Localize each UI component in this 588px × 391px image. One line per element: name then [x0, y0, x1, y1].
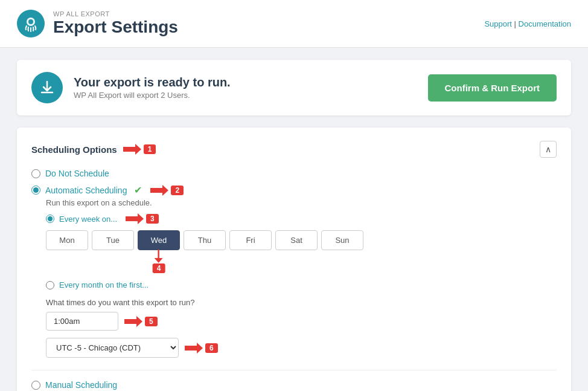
- section-title: Scheduling Options: [31, 144, 117, 155]
- manual-scheduling-section: Manual Scheduling Run this export using …: [31, 370, 557, 391]
- every-month-label: Every month on the first...: [59, 280, 149, 289]
- annotation-2-badge: 2: [171, 186, 184, 195]
- app-name: WP ALL EXPORT: [53, 10, 178, 18]
- export-ready-subtitle: WP All Export will export 2 Users.: [74, 91, 231, 100]
- export-text-block: Your export is ready to run. WP All Expo…: [74, 76, 231, 100]
- annotation-5-badge: 5: [145, 317, 158, 326]
- timezone-select[interactable]: UTC -5 - Chicago (CDT) UTC -8 - Los Ange…: [46, 338, 179, 358]
- confirm-run-export-button[interactable]: Confirm & Run Export: [428, 74, 557, 102]
- header-links: Support | Documentation: [484, 19, 571, 28]
- header: WP ALL EXPORT Export Settings Support | …: [0, 0, 588, 48]
- separator: |: [512, 19, 519, 28]
- header-title-block: WP ALL EXPORT Export Settings: [53, 10, 178, 37]
- annotation-3-badge: 3: [146, 214, 159, 224]
- day-button-sat[interactable]: Sat: [275, 230, 318, 250]
- header-left: WP ALL EXPORT Export Settings: [17, 10, 178, 37]
- every-week-radio[interactable]: [46, 215, 54, 223]
- every-month-row: Every month on the first...: [46, 280, 557, 289]
- day-button-wed[interactable]: Wed: [138, 230, 180, 250]
- day-button-mon[interactable]: Mon: [46, 230, 88, 250]
- every-week-row: Every week on... 3: [46, 213, 557, 224]
- annotation-1-badge: 1: [144, 144, 156, 154]
- annotation-4-badge: 4: [153, 263, 165, 273]
- automatic-scheduling-radio[interactable]: [31, 186, 40, 195]
- section-header: Scheduling Options 1 ∧: [31, 141, 557, 158]
- svg-marker-4: [126, 213, 144, 224]
- do-not-schedule-label: Do Not Schedule: [45, 169, 109, 178]
- times-question: What times do you want this export to ru…: [46, 298, 557, 307]
- automatic-scheduling-option[interactable]: Automatic Scheduling ✔ 2: [31, 184, 557, 196]
- annotation-6-badge: 6: [205, 343, 218, 353]
- app-logo-icon: [17, 10, 45, 37]
- svg-marker-7: [185, 343, 203, 354]
- page-title: Export Settings: [53, 18, 178, 37]
- arrow-spacer: [31, 259, 557, 280]
- svg-marker-3: [150, 185, 168, 196]
- section-title-row: Scheduling Options 1: [31, 144, 156, 155]
- do-not-schedule-radio[interactable]: [31, 169, 40, 178]
- day-button-tue[interactable]: Tue: [92, 230, 134, 250]
- automatic-scheduling-block: Automatic Scheduling ✔ 2 Run this export…: [31, 184, 557, 358]
- collapse-button[interactable]: ∧: [540, 141, 557, 158]
- documentation-link[interactable]: Documentation: [519, 19, 571, 28]
- day-button-wed-wrapper: Wed 4: [138, 230, 180, 250]
- do-not-schedule-option[interactable]: Do Not Schedule: [31, 169, 557, 178]
- main-content: Your export is ready to run. WP All Expo…: [0, 48, 588, 391]
- svg-marker-5: [155, 258, 163, 263]
- every-week-label: Every week on...: [59, 215, 117, 224]
- export-banner: Your export is ready to run. WP All Expo…: [17, 60, 571, 115]
- export-icon: [31, 72, 63, 103]
- time-input-row: 5: [46, 312, 557, 331]
- automatic-scheduling-desc: Run this export on a schedule.: [46, 198, 557, 207]
- annotation-4-arrow: 4: [153, 250, 165, 273]
- support-link[interactable]: Support: [484, 19, 512, 28]
- manual-scheduling-option[interactable]: Manual Scheduling: [31, 380, 557, 390]
- automatic-check-icon: ✔: [134, 184, 142, 196]
- manual-scheduling-radio[interactable]: [31, 381, 40, 390]
- export-banner-left: Your export is ready to run. WP All Expo…: [31, 72, 231, 103]
- timezone-row: UTC -5 - Chicago (CDT) UTC -8 - Los Ange…: [46, 338, 557, 358]
- manual-scheduling-label: Manual Scheduling: [45, 380, 117, 390]
- day-button-fri[interactable]: Fri: [229, 230, 272, 250]
- every-month-radio[interactable]: [46, 281, 54, 289]
- scheduling-section: Scheduling Options 1 ∧ Do Not Schedule A…: [17, 128, 571, 391]
- export-ready-title: Your export is ready to run.: [74, 76, 231, 89]
- time-input[interactable]: [46, 312, 118, 331]
- day-button-sun[interactable]: Sun: [321, 230, 363, 250]
- day-button-thu[interactable]: Thu: [184, 230, 226, 250]
- automatic-scheduling-label: Automatic Scheduling: [45, 186, 127, 195]
- svg-marker-6: [124, 316, 142, 327]
- svg-marker-2: [123, 144, 141, 155]
- svg-point-1: [28, 19, 33, 24]
- day-buttons-row: Mon Tue Wed 4 Thu Fri Sat Sun: [46, 230, 557, 250]
